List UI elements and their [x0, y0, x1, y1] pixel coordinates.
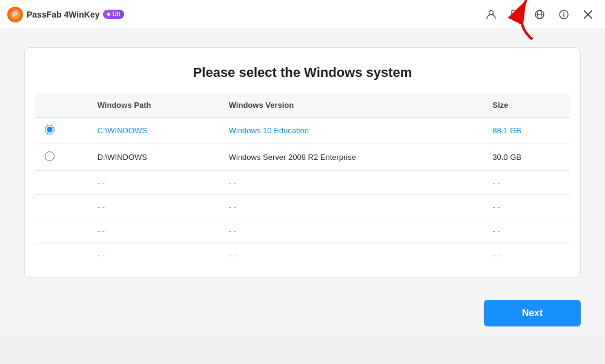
version-cell-2: - -: [219, 171, 483, 195]
table-row[interactable]: - -- -- -: [35, 243, 570, 268]
path-cell-3: - -: [88, 195, 219, 219]
version-cell-0: Windows 10 Education: [219, 117, 483, 144]
table-body: C:\WINDOWSWindows 10 Education88.1 GBD:\…: [35, 117, 570, 268]
main-card: Please select the Windows system Windows…: [24, 47, 581, 278]
title-bar-actions: [481, 5, 598, 24]
close-button[interactable]: [578, 5, 598, 24]
table-header-row: Windows Path Windows Version Size: [35, 93, 570, 117]
version-cell-4: - -: [219, 219, 483, 243]
path-cell-4: - -: [88, 219, 219, 243]
path-cell-0: C:\WINDOWS: [88, 117, 219, 144]
title-bar: P PassFab 4WinKey Ult: [0, 0, 605, 29]
version-cell-3: - -: [219, 195, 483, 219]
radio-cell-1: [35, 144, 88, 171]
radio-cell-0: [35, 117, 88, 144]
info-button[interactable]: [554, 5, 574, 24]
col-size: Size: [483, 93, 570, 117]
windows-table: Windows Path Windows Version Size C:\WIN…: [35, 93, 570, 268]
size-cell-0: 88.1 GB: [483, 117, 570, 144]
app-logo-icon: P: [7, 7, 23, 22]
path-cell-1: D:\WINDOWS: [88, 144, 219, 171]
footer: Next: [0, 290, 605, 336]
path-cell-5: - -: [88, 243, 219, 268]
table-row[interactable]: - -- -- -: [35, 195, 570, 219]
svg-text:P: P: [13, 11, 17, 18]
radio-1[interactable]: [45, 151, 55, 161]
table-row[interactable]: D:\WINDOWSWindows Server 2008 R2 Enterpr…: [35, 144, 570, 171]
size-cell-3: - -: [483, 195, 570, 219]
svg-point-13: [563, 12, 564, 13]
app-name: PassFab 4WinKey: [27, 10, 99, 19]
radio-cell-2: [35, 171, 88, 195]
table-row[interactable]: - -- -- -: [35, 171, 570, 195]
version-cell-1: Windows Server 2008 R2 Enterprise: [219, 144, 483, 171]
size-cell-2: - -: [483, 171, 570, 195]
globe-button[interactable]: [530, 5, 549, 24]
size-cell-4: - -: [483, 219, 570, 243]
size-cell-5: - -: [483, 243, 570, 268]
page-title: Please select the Windows system: [39, 65, 566, 81]
radio-cell-4: [35, 219, 88, 243]
version-cell-5: - -: [219, 243, 483, 268]
path-cell-2: - -: [88, 171, 219, 195]
radio-cell-3: [35, 195, 88, 219]
radio-cell-5: [35, 243, 88, 268]
col-radio: [35, 93, 88, 117]
app-logo: P PassFab 4WinKey Ult: [7, 7, 481, 22]
table-container: Windows Path Windows Version Size C:\WIN…: [25, 93, 580, 277]
card-header: Please select the Windows system: [25, 48, 580, 93]
size-cell-1: 30.0 GB: [483, 144, 570, 171]
app-badge: Ult: [103, 10, 124, 19]
col-path: Windows Path: [88, 93, 219, 117]
radio-0[interactable]: [45, 125, 55, 134]
next-button[interactable]: Next: [484, 300, 581, 326]
col-version: Windows Version: [219, 93, 483, 117]
table-row[interactable]: - -- -- -: [35, 219, 570, 243]
path-link-0[interactable]: C:\WINDOWS: [98, 126, 147, 135]
document-button[interactable]: [506, 5, 525, 24]
main-content: Please select the Windows system Windows…: [0, 29, 605, 290]
user-button[interactable]: [481, 5, 501, 24]
table-row[interactable]: C:\WINDOWSWindows 10 Education88.1 GB: [35, 117, 570, 144]
